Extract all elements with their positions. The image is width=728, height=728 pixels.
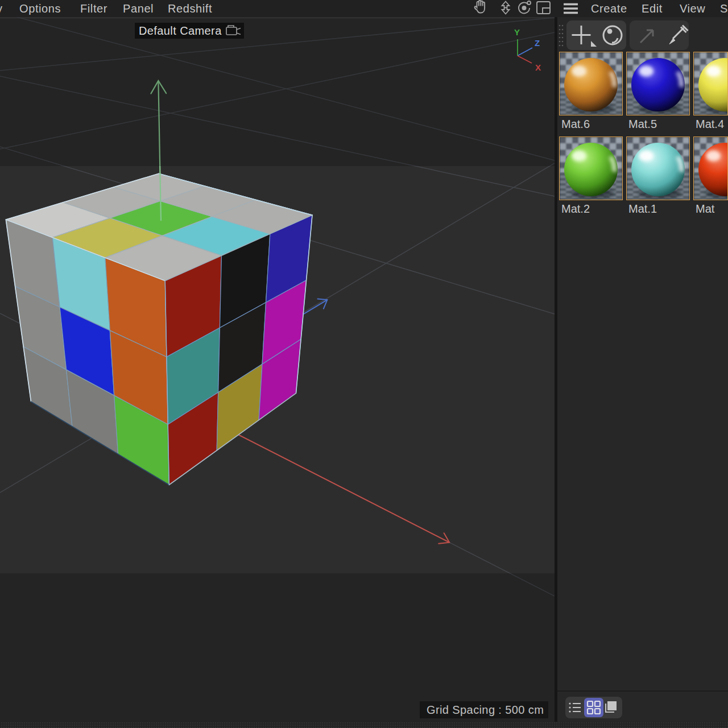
svg-text:Z: Z	[535, 38, 540, 48]
svg-text:Grid Spacing : 500 cm: Grid Spacing : 500 cm	[427, 704, 544, 716]
svg-text:X: X	[535, 63, 541, 72]
svg-text:Y: Y	[514, 27, 520, 37]
svg-text:Default Camera: Default Camera	[139, 24, 222, 37]
